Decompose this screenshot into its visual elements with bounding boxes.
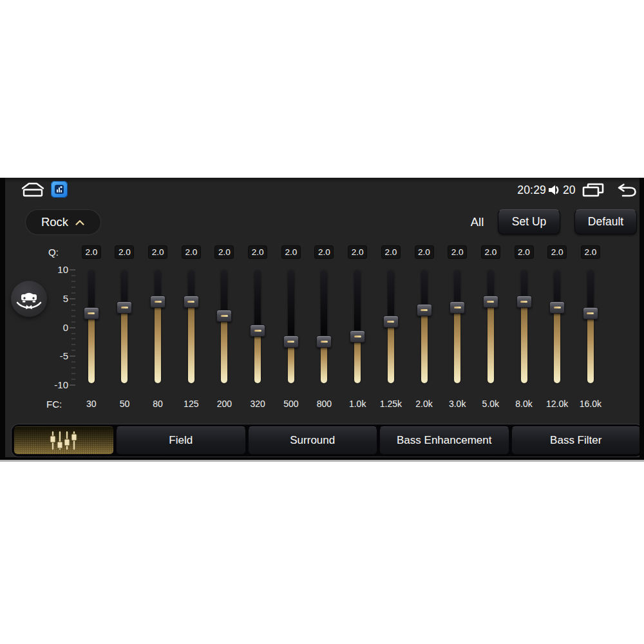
eq-slider-fill <box>354 336 361 383</box>
recents-icon[interactable] <box>582 183 604 198</box>
freq-label: 12.0k <box>540 399 574 409</box>
q-value[interactable]: 2.0 <box>82 246 100 258</box>
axis-tick <box>71 292 75 294</box>
q-value[interactable]: 2.0 <box>315 246 333 258</box>
axis-tick <box>71 344 75 345</box>
tab-field[interactable]: Field <box>116 426 246 455</box>
bottom-tab-bar: FieldSurroundBass EnhancementBass Filter <box>12 424 639 457</box>
q-caption: Q: <box>48 247 59 258</box>
q-value[interactable]: 2.0 <box>149 246 167 258</box>
head-unit-display: 20:29 20 Rock <box>0 178 644 462</box>
q-value[interactable]: 2.0 <box>482 246 500 258</box>
axis-tick <box>70 355 75 357</box>
tab-bass-enhancement[interactable]: Bass Enhancement <box>379 426 509 455</box>
tab-bass-filter[interactable]: Bass Filter <box>511 426 640 455</box>
q-value[interactable]: 2.0 <box>182 246 200 258</box>
q-value[interactable]: 2.0 <box>215 246 233 258</box>
eq-slider-fill <box>288 342 294 383</box>
music-app-icon[interactable] <box>51 181 68 198</box>
eq-slider-handle[interactable] <box>316 336 332 348</box>
axis-tick <box>70 298 75 299</box>
preset-selector[interactable]: Rock <box>26 210 100 234</box>
axis-tick <box>71 321 75 323</box>
q-value[interactable]: 2.0 <box>348 246 366 258</box>
eq-slider-handle[interactable] <box>549 301 565 314</box>
eq-slider-fill <box>454 307 460 383</box>
handle-gold-dash <box>520 301 527 303</box>
handle-gold-dash <box>554 307 561 308</box>
q-value[interactable]: 2.0 <box>415 246 433 258</box>
eq-slider-handle[interactable] <box>184 296 199 308</box>
car-surround-icon[interactable] <box>11 281 47 317</box>
freq-label: 30 <box>75 399 108 409</box>
tab-label: Bass Filter <box>550 434 601 447</box>
fc-caption: FC: <box>46 399 62 410</box>
freq-label: 500 <box>274 399 308 409</box>
axis-tick <box>70 327 75 328</box>
handle-gold-dash <box>587 312 594 314</box>
freq-label: 8.0k <box>507 399 541 409</box>
freq-label: 200 <box>207 399 241 409</box>
back-icon[interactable] <box>615 183 638 198</box>
home-icon[interactable] <box>21 182 45 198</box>
q-value[interactable]: 2.0 <box>115 246 133 258</box>
tab-equalizer[interactable] <box>14 426 114 455</box>
chevron-up-icon <box>75 219 85 226</box>
handle-gold-dash <box>387 321 394 323</box>
q-value[interactable]: 2.0 <box>382 246 400 258</box>
eq-slider-handle[interactable] <box>516 296 532 308</box>
q-value[interactable]: 2.0 <box>448 246 466 258</box>
q-value[interactable]: 2.0 <box>249 246 267 258</box>
tab-label: Bass Enhancement <box>397 434 491 447</box>
handle-gold-dash <box>254 330 261 332</box>
eq-slider-fill <box>321 342 327 383</box>
axis-tick <box>71 275 75 276</box>
tab-label: Surround <box>290 434 335 447</box>
handle-gold-dash <box>287 341 294 343</box>
axis-tick <box>71 350 75 351</box>
axis-tick <box>71 367 75 368</box>
axis-tick <box>71 373 75 374</box>
q-value[interactable]: 2.0 <box>282 246 300 258</box>
q-value[interactable]: 2.0 <box>515 246 533 258</box>
eq-slider-handle[interactable] <box>283 336 299 348</box>
default-button[interactable]: Default <box>574 209 637 234</box>
freq-label: 5.0k <box>474 399 507 409</box>
q-value[interactable]: 2.0 <box>548 246 566 258</box>
axis-tick <box>70 384 75 386</box>
eq-slider-handle[interactable] <box>150 296 166 308</box>
equalizer-sliders-icon <box>49 430 79 451</box>
freq-label: 80 <box>141 399 175 409</box>
eq-slider-handle[interactable] <box>250 325 265 337</box>
eq-slider-handle[interactable] <box>583 307 598 319</box>
eq-slider-handle[interactable] <box>417 304 432 316</box>
handle-gold-dash <box>354 336 361 337</box>
eq-slider-handle[interactable] <box>383 316 399 328</box>
eq-slider-handle[interactable] <box>450 301 465 314</box>
eq-slider-handle[interactable] <box>216 310 232 322</box>
equalizer-screen: 20:29 20 Rock <box>5 178 639 457</box>
eq-slider-handle[interactable] <box>350 330 365 343</box>
eq-slider-fill <box>221 316 227 383</box>
eq-slider-handle[interactable] <box>117 301 132 314</box>
freq-label: 1.25k <box>374 399 408 409</box>
eq-slider-fill <box>421 310 428 383</box>
eq-slider-fill <box>155 301 161 383</box>
all-channels-button[interactable]: All <box>466 215 488 229</box>
axis-tick <box>71 287 75 288</box>
eq-slider-fill <box>388 322 394 383</box>
eq-slider-handle[interactable] <box>84 307 99 319</box>
eq-slider-fill <box>521 301 527 383</box>
handle-gold-dash <box>421 309 428 311</box>
db-axis-label: 0 <box>37 322 68 333</box>
handle-gold-dash <box>321 341 328 343</box>
q-value[interactable]: 2.0 <box>582 246 600 258</box>
eq-slider-fill <box>488 301 494 383</box>
eq-slider-handle[interactable] <box>483 296 498 308</box>
tab-surround[interactable]: Surround <box>248 426 378 455</box>
axis-tick <box>71 361 75 363</box>
volume-level: 20 <box>563 184 577 197</box>
setup-button[interactable]: Set Up <box>498 209 560 234</box>
handle-gold-dash <box>221 315 228 317</box>
clock: 20:29 <box>515 184 546 197</box>
